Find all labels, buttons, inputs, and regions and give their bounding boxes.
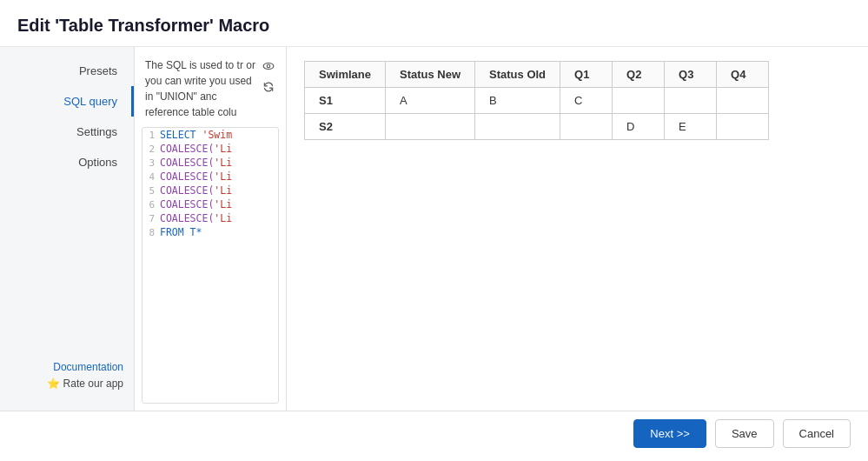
bottom-bar: Next >> Save Cancel: [0, 411, 868, 456]
cell-status-old: [475, 114, 560, 140]
description-area: The SQL is used to tr or you can write y…: [135, 47, 286, 127]
preview-table: Swimlane Status New Status Old Q1 Q2 Q3 …: [304, 61, 769, 140]
table-row: S1 A B C: [305, 88, 769, 114]
col-header-q1: Q1: [560, 62, 613, 88]
cell-q2: D: [613, 114, 665, 140]
cell-q3: E: [665, 114, 717, 140]
rate-app-link[interactable]: ⭐ Rate our app: [47, 377, 123, 390]
code-line-5: 5 COALESCE('Li: [142, 184, 278, 197]
cell-swimlane: S2: [305, 114, 386, 140]
col-header-status-old: Status Old: [475, 62, 560, 88]
refresh-icon[interactable]: [260, 78, 277, 96]
description-icons: [260, 57, 277, 120]
svg-point-0: [263, 63, 274, 70]
sidebar-item-settings[interactable]: Settings: [0, 117, 134, 147]
eye-icon[interactable]: [260, 57, 277, 75]
save-button[interactable]: Save: [715, 419, 774, 448]
cell-status-new: [385, 114, 474, 140]
code-line-7: 7 COALESCE('Li: [142, 211, 278, 225]
col-header-q2: Q2: [613, 62, 665, 88]
cell-status-new: A: [385, 88, 474, 114]
cell-q1: C: [560, 88, 613, 114]
code-line-1: 1 SELECT 'Swim: [142, 128, 278, 142]
cell-q4: [717, 114, 769, 140]
cell-q2: [613, 88, 665, 114]
sidebar-item-sql-query[interactable]: SQL query: [0, 86, 134, 117]
documentation-link[interactable]: Documentation: [10, 361, 123, 373]
middle-panel: The SQL is used to tr or you can write y…: [135, 47, 287, 411]
preview-panel: Swimlane Status New Status Old Q1 Q2 Q3 …: [287, 47, 868, 411]
code-line-2: 2 COALESCE('Li: [142, 142, 278, 156]
sidebar-bottom: Documentation ⭐ Rate our app: [0, 352, 134, 402]
code-line-8: 8 FROM T*: [142, 225, 278, 239]
code-editor[interactable]: 1 SELECT 'Swim 2 COALESCE('Li 3 COALESCE…: [142, 127, 279, 404]
cell-q1: [560, 114, 613, 140]
next-button[interactable]: Next >>: [633, 419, 706, 448]
sidebar-item-options[interactable]: Options: [0, 147, 134, 177]
cell-status-old: B: [475, 88, 560, 114]
code-line-6: 6 COALESCE('Li: [142, 197, 278, 211]
col-header-q3: Q3: [665, 62, 717, 88]
cell-q3: [665, 88, 717, 114]
cell-q4: [717, 88, 769, 114]
cell-swimlane: S1: [305, 88, 386, 114]
page-title: Edit 'Table Transformer' Macro: [0, 0, 868, 47]
col-header-swimlane: Swimlane: [305, 62, 386, 88]
sidebar: Presets SQL query Settings Options Docum…: [0, 47, 135, 411]
code-line-3: 3 COALESCE('Li: [142, 156, 278, 170]
cancel-button[interactable]: Cancel: [783, 419, 851, 448]
sidebar-item-presets[interactable]: Presets: [0, 56, 134, 86]
description-text: The SQL is used to tr or you can write y…: [145, 57, 256, 120]
col-header-status-new: Status New: [385, 62, 474, 88]
table-row: S2 D E: [305, 114, 769, 140]
col-header-q4: Q4: [717, 62, 769, 88]
svg-point-1: [267, 64, 270, 68]
code-line-4: 4 COALESCE('Li: [142, 170, 278, 184]
